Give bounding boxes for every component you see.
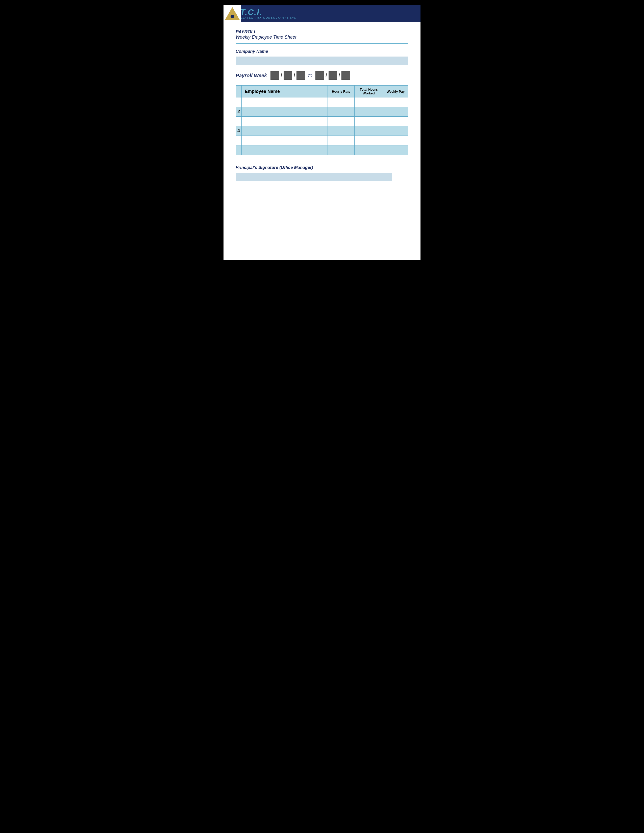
weekly-pay-header: Weekly Pay [383, 85, 408, 97]
title-timesheet: Weekly Employee Time Sheet [236, 35, 408, 40]
weekly-pay-cell[interactable] [383, 126, 408, 136]
total-hours-cell[interactable] [354, 107, 383, 117]
employee-name-cell[interactable] [242, 126, 328, 136]
total-hours-input[interactable] [356, 117, 382, 125]
payroll-week-row: Payroll Week / / to / / [236, 71, 408, 80]
row-number: 4 [236, 126, 242, 136]
row-number [236, 145, 242, 155]
total-hours-header: Total Hours Worked [354, 85, 383, 97]
page: A.T.C.I. ASSOCIATED TAX CONSULTANTS INC … [224, 5, 420, 260]
total-hours-input[interactable] [356, 146, 382, 154]
row-number [236, 117, 242, 126]
signature-section: Principal's Signature (Office Manager) [236, 165, 408, 181]
weekly-pay-input[interactable] [385, 117, 407, 125]
title-divider [236, 43, 408, 44]
employee-name-input[interactable] [243, 108, 326, 115]
employee-name-input[interactable] [243, 127, 326, 135]
end-month-box[interactable] [316, 71, 324, 80]
row-num-header [236, 85, 242, 97]
title-payroll: PAYROLL [236, 29, 408, 35]
start-month-box[interactable] [270, 71, 279, 80]
company-name-input[interactable] [236, 56, 408, 65]
weekly-pay-input[interactable] [385, 137, 407, 144]
total-hours-input[interactable] [356, 127, 382, 135]
document-title: PAYROLL Weekly Employee Time Sheet [236, 29, 408, 40]
end-day-box[interactable] [328, 71, 337, 80]
table-row [236, 97, 408, 107]
logo-circle [230, 14, 234, 18]
total-hours-input[interactable] [356, 108, 382, 115]
hourly-rate-cell[interactable] [328, 145, 354, 155]
hourly-rate-cell[interactable] [328, 126, 354, 136]
employee-name-input[interactable] [243, 98, 326, 106]
weekly-pay-input[interactable] [385, 146, 407, 154]
table-body: 24 [236, 97, 408, 155]
weekly-pay-cell[interactable] [383, 97, 408, 107]
hourly-rate-cell[interactable] [328, 97, 354, 107]
table-row [236, 136, 408, 145]
header: A.T.C.I. ASSOCIATED TAX CONSULTANTS INC [224, 5, 420, 22]
slash-2: / [294, 73, 295, 79]
employee-name-cell[interactable] [242, 117, 328, 126]
slash-1: / [280, 73, 282, 79]
weekly-pay-input[interactable] [385, 98, 407, 106]
table-header-row: Employee Name Hourly Rate Total Hours Wo… [236, 85, 408, 97]
table-row [236, 117, 408, 126]
hourly-rate-input[interactable] [329, 146, 353, 154]
hourly-rate-input[interactable] [329, 108, 353, 115]
hourly-rate-header: Hourly Rate [328, 85, 354, 97]
table-row: 4 [236, 126, 408, 136]
total-hours-cell[interactable] [354, 117, 383, 126]
hourly-rate-cell[interactable] [328, 136, 354, 145]
hourly-rate-cell[interactable] [328, 107, 354, 117]
payroll-week-label: Payroll Week [236, 73, 267, 79]
start-year-box[interactable] [296, 71, 305, 80]
hourly-rate-cell[interactable] [328, 117, 354, 126]
row-number [236, 97, 242, 107]
hourly-rate-input[interactable] [329, 98, 353, 106]
weekly-pay-cell[interactable] [383, 136, 408, 145]
hourly-rate-input[interactable] [329, 127, 353, 135]
logo-triangle [225, 7, 240, 20]
company-name-label: Company Name [236, 49, 408, 54]
employee-name-cell[interactable] [242, 136, 328, 145]
signature-label: Principal's Signature (Office Manager) [236, 165, 408, 170]
total-hours-cell[interactable] [354, 97, 383, 107]
employee-name-cell[interactable] [242, 97, 328, 107]
row-number: 2 [236, 107, 242, 117]
row-number [236, 136, 242, 145]
weekly-pay-input[interactable] [385, 127, 407, 135]
weekly-pay-cell[interactable] [383, 145, 408, 155]
total-hours-input[interactable] [356, 98, 382, 106]
total-hours-cell[interactable] [354, 145, 383, 155]
start-day-box[interactable] [283, 71, 292, 80]
weekly-pay-input[interactable] [385, 108, 407, 115]
weekly-pay-cell[interactable] [383, 107, 408, 117]
hourly-rate-input[interactable] [329, 137, 353, 144]
total-hours-cell[interactable] [354, 136, 383, 145]
logo-container [224, 5, 241, 22]
slash-3: / [325, 73, 327, 79]
table-row [236, 145, 408, 155]
table-row: 2 [236, 107, 408, 117]
employee-name-cell[interactable] [242, 145, 328, 155]
employee-name-input[interactable] [243, 117, 326, 125]
employee-name-input[interactable] [243, 137, 326, 144]
employee-name-header: Employee Name [242, 85, 328, 97]
timesheet-table: Employee Name Hourly Rate Total Hours Wo… [236, 85, 408, 155]
end-year-box[interactable] [341, 71, 350, 80]
slash-4: / [339, 73, 340, 79]
signature-input[interactable] [236, 173, 392, 181]
total-hours-input[interactable] [356, 137, 382, 144]
employee-name-cell[interactable] [242, 107, 328, 117]
employee-name-input[interactable] [243, 146, 326, 154]
total-hours-cell[interactable] [354, 126, 383, 136]
weekly-pay-cell[interactable] [383, 117, 408, 126]
content-area: PAYROLL Weekly Employee Time Sheet Compa… [224, 22, 420, 181]
hourly-rate-input[interactable] [329, 117, 353, 125]
to-text: to [308, 73, 312, 79]
